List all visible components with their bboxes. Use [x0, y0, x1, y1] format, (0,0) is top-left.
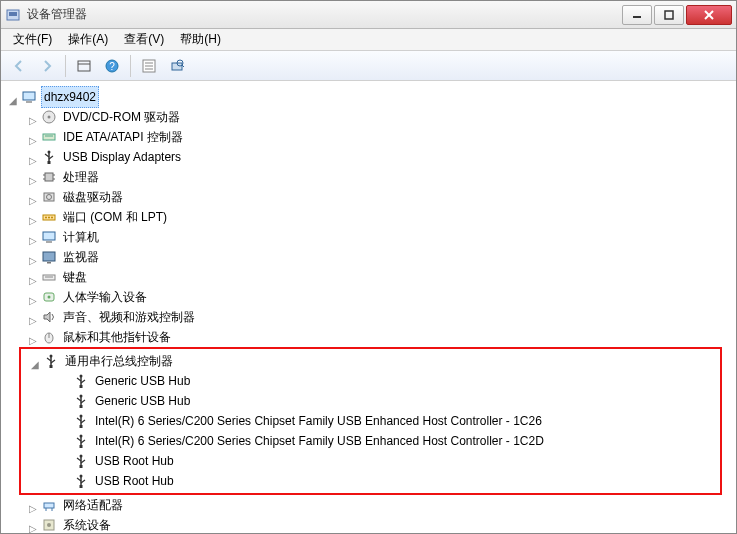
- tree-item-label: 磁盘驱动器: [61, 187, 125, 207]
- svg-text:?: ?: [109, 61, 115, 72]
- tree-item[interactable]: ▷ 鼠标和其他指针设备: [5, 327, 732, 347]
- device-tree[interactable]: ◢ dhzx9402 ▷ DVD/CD-ROM 驱动器 ▷ IDE ATA/AT…: [1, 81, 736, 533]
- usb-icon: [73, 413, 89, 429]
- tree-item-label: USB Root Hub: [93, 471, 176, 491]
- tree-item[interactable]: Intel(R) 6 Series/C200 Series Chipset Fa…: [21, 431, 720, 451]
- tree-item[interactable]: ▷ 网络适配器: [5, 495, 732, 515]
- tree-item-label: 声音、视频和游戏控制器: [61, 307, 197, 327]
- tree-item-label: 网络适配器: [61, 495, 125, 515]
- computer-icon: [21, 89, 37, 105]
- expander-icon[interactable]: ▷: [27, 519, 39, 531]
- expander-icon[interactable]: [59, 455, 71, 467]
- expander-icon[interactable]: [59, 415, 71, 427]
- expander-icon[interactable]: ▷: [27, 131, 39, 143]
- tree-item[interactable]: Intel(R) 6 Series/C200 Series Chipset Fa…: [21, 411, 720, 431]
- tree-item[interactable]: USB Root Hub: [21, 471, 720, 491]
- back-button[interactable]: [6, 54, 32, 78]
- expander-icon[interactable]: ◢: [7, 91, 19, 103]
- expander-icon[interactable]: ◢: [29, 355, 41, 367]
- expander-icon[interactable]: ▷: [27, 251, 39, 263]
- svg-point-24: [48, 151, 51, 154]
- tree-item[interactable]: ▷ USB Display Adapters: [5, 147, 732, 167]
- expander-icon[interactable]: ▷: [27, 211, 39, 223]
- expander-icon[interactable]: [59, 475, 71, 487]
- expander-icon[interactable]: ▷: [27, 171, 39, 183]
- tree-item[interactable]: USB Root Hub: [21, 451, 720, 471]
- toolbar-separator: [130, 55, 131, 77]
- tree-root-node[interactable]: ◢ dhzx9402: [5, 87, 732, 107]
- tree-item[interactable]: ▷ 磁盘驱动器: [5, 187, 732, 207]
- menu-file[interactable]: 文件(F): [5, 29, 60, 50]
- show-hidden-button[interactable]: [71, 54, 97, 78]
- help-button[interactable]: ?: [99, 54, 125, 78]
- tree-item[interactable]: ▷ 声音、视频和游戏控制器: [5, 307, 732, 327]
- scan-hardware-button[interactable]: [164, 54, 190, 78]
- svg-rect-40: [47, 262, 51, 264]
- svg-point-44: [48, 296, 51, 299]
- tree-item[interactable]: Generic USB Hub: [21, 391, 720, 411]
- minimize-button[interactable]: [622, 5, 652, 25]
- tree-item[interactable]: ▷ 人体学输入设备: [5, 287, 732, 307]
- tree-item[interactable]: ▷ 监视器: [5, 247, 732, 267]
- tree-item[interactable]: Generic USB Hub: [21, 371, 720, 391]
- svg-point-36: [51, 217, 53, 219]
- hid-icon: [41, 289, 57, 305]
- tree-item[interactable]: ▷ 端口 (COM 和 LPT): [5, 207, 732, 227]
- expander-icon[interactable]: ▷: [27, 291, 39, 303]
- svg-rect-25: [48, 161, 51, 164]
- svg-rect-52: [80, 385, 83, 388]
- svg-point-48: [50, 355, 53, 358]
- tree-item-label: USB Root Hub: [93, 451, 176, 471]
- menu-help[interactable]: 帮助(H): [172, 29, 229, 50]
- tree-item-label: 计算机: [61, 227, 101, 247]
- svg-point-51: [80, 375, 83, 378]
- close-button[interactable]: [686, 5, 732, 25]
- menu-bar: 文件(F) 操作(A) 查看(V) 帮助(H): [1, 29, 736, 51]
- tree-item[interactable]: ▷ DVD/CD-ROM 驱动器: [5, 107, 732, 127]
- tree-item[interactable]: ▷ 系统设备: [5, 515, 732, 533]
- tree-item-label: 系统设备: [61, 515, 113, 533]
- sys-icon: [41, 517, 57, 533]
- expander-icon[interactable]: ▷: [27, 151, 39, 163]
- net-icon: [41, 497, 57, 513]
- menu-action[interactable]: 操作(A): [60, 29, 116, 50]
- expander-icon[interactable]: ▷: [27, 191, 39, 203]
- maximize-button[interactable]: [654, 5, 684, 25]
- svg-rect-64: [80, 465, 83, 468]
- svg-rect-38: [46, 241, 52, 243]
- expander-icon[interactable]: ▷: [27, 271, 39, 283]
- port-icon: [41, 209, 57, 225]
- svg-point-66: [80, 475, 83, 478]
- usb-icon: [73, 453, 89, 469]
- tree-item-label: 监视器: [61, 247, 101, 267]
- menu-view[interactable]: 查看(V): [116, 29, 172, 50]
- svg-rect-61: [80, 445, 83, 448]
- svg-rect-6: [78, 61, 90, 71]
- window-title: 设备管理器: [27, 6, 620, 23]
- svg-rect-37: [43, 232, 55, 240]
- svg-point-72: [47, 523, 51, 527]
- tree-category-usb-controllers[interactable]: ◢ 通用串行总线控制器: [21, 351, 720, 371]
- expander-icon[interactable]: ▷: [27, 111, 39, 123]
- properties-button[interactable]: [136, 54, 162, 78]
- tree-item-label: Generic USB Hub: [93, 391, 192, 411]
- svg-rect-17: [23, 92, 35, 100]
- tree-category-label: 通用串行总线控制器: [63, 351, 175, 371]
- usb-icon: [73, 433, 89, 449]
- expander-icon[interactable]: ▷: [27, 311, 39, 323]
- tree-item[interactable]: ▷ 计算机: [5, 227, 732, 247]
- keyboard-icon: [41, 269, 57, 285]
- tree-item[interactable]: ▷ 键盘: [5, 267, 732, 287]
- expander-icon[interactable]: ▷: [27, 499, 39, 511]
- svg-rect-21: [43, 134, 55, 140]
- usb-icon: [73, 473, 89, 489]
- expander-icon[interactable]: ▷: [27, 231, 39, 243]
- forward-button[interactable]: [34, 54, 60, 78]
- svg-rect-67: [80, 485, 83, 488]
- expander-icon[interactable]: [59, 395, 71, 407]
- expander-icon[interactable]: [59, 375, 71, 387]
- expander-icon[interactable]: ▷: [27, 331, 39, 343]
- tree-item[interactable]: ▷ IDE ATA/ATAPI 控制器: [5, 127, 732, 147]
- tree-item[interactable]: ▷ 处理器: [5, 167, 732, 187]
- expander-icon[interactable]: [59, 435, 71, 447]
